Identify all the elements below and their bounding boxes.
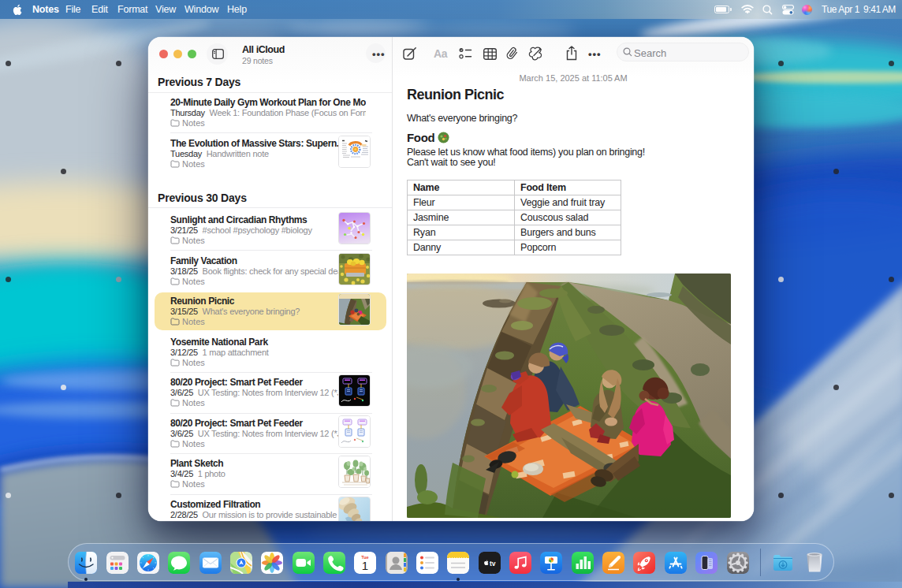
svg-text:1: 1 [362, 559, 368, 572]
svg-text:tv: tv [490, 560, 496, 568]
